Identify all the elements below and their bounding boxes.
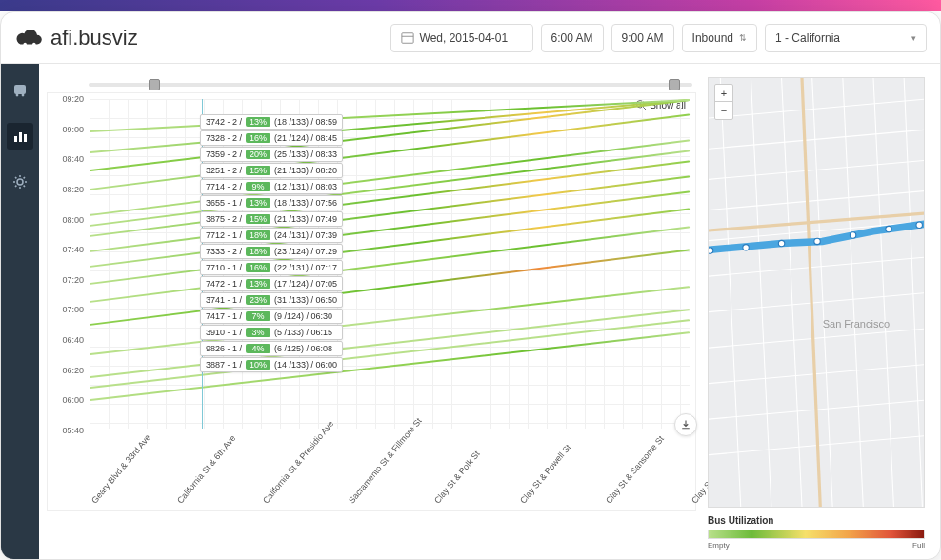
tooltip-vehicle: 7328 - 2 /: [206, 133, 242, 143]
space-time-chart: Show all 09:2009:0008:4008:2008:0007:400…: [47, 92, 696, 511]
svg-rect-7: [14, 136, 17, 142]
download-button[interactable]: [674, 413, 697, 436]
trip-tooltip[interactable]: 3741 - 1 /23%(31 /133) / 06:50: [200, 292, 343, 308]
legend-gradient: [708, 530, 925, 539]
y-tick: 06:00: [62, 395, 84, 405]
tooltip-pct-badge: 13%: [246, 198, 270, 208]
tooltip-detail: (21 /124) / 08:45: [274, 133, 337, 143]
svg-point-6: [22, 94, 25, 97]
direction-value: Inbound: [692, 31, 733, 45]
svg-point-36: [709, 248, 713, 253]
trip-tooltip[interactable]: 3655 - 1 /13%(18 /133) / 07:56: [200, 195, 343, 210]
trip-tooltip[interactable]: 7417 - 1 /7%(9 /124) / 06:30: [200, 309, 343, 324]
trip-line[interactable]: [90, 190, 690, 268]
svg-point-41: [886, 226, 891, 231]
zoom-in-button[interactable]: +: [715, 85, 732, 102]
chevron-down-icon: ▾: [911, 33, 916, 43]
sidebar: [1, 64, 39, 559]
legend-low: Empty: [708, 541, 730, 550]
time-range-slider[interactable]: [47, 77, 696, 92]
zoom-out-button[interactable]: −: [715, 102, 732, 119]
svg-point-5: [16, 94, 19, 97]
svg-point-10: [17, 179, 23, 185]
tooltip-stack: 3742 - 2 /13%(18 /133) / 08:597328 - 2 /…: [200, 114, 343, 372]
utilization-legend: Bus Utilization Empty Full: [708, 515, 925, 550]
trip-tooltip[interactable]: 7712 - 1 /18%(24 /131) / 07:39: [200, 228, 343, 243]
y-tick: 08:40: [62, 154, 84, 164]
y-tick: 08:00: [62, 215, 84, 225]
tooltip-pct-badge: 16%: [246, 263, 270, 272]
x-tick: California St & Presidio Ave: [261, 419, 335, 506]
svg-rect-2: [401, 32, 412, 43]
tooltip-vehicle: 7472 - 1 /: [206, 279, 242, 289]
tooltip-vehicle: 7417 - 1 /: [206, 311, 242, 321]
trip-line[interactable]: [90, 227, 690, 304]
svg-rect-9: [24, 134, 27, 142]
trip-tooltip[interactable]: 7714 - 2 /9%(12 /131) / 08:03: [200, 179, 343, 194]
trip-tooltip[interactable]: 7328 - 2 /16%(21 /124) / 08:45: [200, 130, 343, 146]
sidebar-item-chart[interactable]: [7, 123, 33, 150]
tooltip-vehicle: 3742 - 2 /: [206, 117, 242, 127]
trip-tooltip[interactable]: 3910 - 1 /3%(5 /133) / 06:15: [200, 325, 343, 340]
tooltip-pct-badge: 15%: [246, 166, 270, 175]
trip-tooltip[interactable]: 3887 - 1 /10%(14 /133) / 06:00: [200, 357, 343, 372]
tooltip-vehicle: 3741 - 1 /: [206, 295, 242, 305]
route-map[interactable]: San Francisco + −: [708, 77, 925, 508]
window-accent-bar: [0, 0, 941, 11]
x-tick: California St & 6th Ave: [175, 433, 237, 505]
tooltip-pct-badge: 7%: [246, 311, 270, 321]
time-end-picker[interactable]: 9:00 AM: [611, 24, 674, 52]
x-tick: Clay St & Sansome St: [604, 434, 666, 506]
time-start-picker[interactable]: 6:00 AM: [541, 24, 604, 52]
tooltip-detail: (24 /131) / 07:39: [274, 230, 337, 240]
tooltip-detail: (17 /124) / 07:05: [274, 279, 337, 289]
trip-line[interactable]: [90, 209, 690, 286]
slider-handle-end[interactable]: [669, 79, 680, 90]
y-tick: 07:40: [62, 245, 84, 254]
svg-point-40: [850, 232, 855, 238]
download-icon: [680, 419, 691, 430]
main-layout: Show all 09:2009:0008:4008:2008:0007:400…: [1, 64, 940, 559]
tooltip-pct-badge: 18%: [246, 247, 270, 256]
tooltip-detail: (12 /131) / 08:03: [274, 182, 337, 191]
tooltip-pct-badge: 3%: [246, 328, 270, 337]
trip-tooltip[interactable]: 7359 - 2 /20%(25 /133) / 08:33: [200, 147, 343, 162]
tooltip-vehicle: 7714 - 2 /: [206, 182, 242, 191]
trip-tooltip[interactable]: 3742 - 2 /13%(18 /133) / 08:59: [200, 114, 343, 130]
tooltip-vehicle: 9826 - 1 /: [206, 344, 242, 353]
trip-line[interactable]: [90, 160, 690, 237]
sidebar-item-bus[interactable]: [7, 77, 33, 104]
trip-tooltip[interactable]: 7710 - 1 /16%(22 /131) / 07:17: [200, 260, 343, 275]
slider-handle-start[interactable]: [149, 79, 160, 90]
chart-column: Show all 09:2009:0008:4008:2008:0007:400…: [47, 77, 696, 550]
trip-tooltip[interactable]: 3251 - 2 /15%(21 /133) / 08:20: [200, 163, 343, 178]
y-tick: 08:20: [62, 185, 84, 194]
tooltip-detail: (21 /133) / 07:49: [274, 214, 337, 224]
trip-tooltip[interactable]: 7472 - 1 /13%(17 /124) / 07:05: [200, 276, 343, 291]
chevron-updown-icon: ⇅: [739, 33, 747, 43]
tooltip-detail: (21 /133) / 08:20: [274, 166, 337, 175]
tooltip-vehicle: 3655 - 1 /: [206, 198, 242, 208]
chart-grid: [90, 99, 690, 429]
direction-select[interactable]: Inbound⇅: [682, 24, 757, 52]
svg-rect-8: [19, 132, 22, 142]
svg-point-38: [778, 240, 784, 246]
tooltip-vehicle: 7712 - 1 /: [206, 230, 242, 240]
tooltip-detail: (22 /131) / 07:17: [274, 263, 337, 272]
route-select[interactable]: 1 - California▾: [765, 24, 927, 52]
trip-tooltip[interactable]: 7333 - 2 /18%(23 /124) / 07:29: [200, 244, 343, 259]
x-tick: Clay St & Powell St: [518, 443, 572, 506]
y-tick: 09:00: [62, 125, 84, 134]
tooltip-vehicle: 3887 - 1 /: [206, 360, 242, 370]
date-picker[interactable]: Wed, 2015-04-01: [390, 24, 533, 52]
trip-line[interactable]: [90, 99, 690, 132]
trip-line[interactable]: [90, 287, 690, 356]
trip-tooltip[interactable]: 3875 - 2 /15%(21 /133) / 07:49: [200, 211, 343, 227]
y-tick: 07:00: [62, 305, 84, 314]
gear-icon: [12, 174, 28, 190]
trip-line[interactable]: [90, 319, 690, 389]
trip-tooltip[interactable]: 9826 - 1 /4%(6 /125) / 06:08: [200, 341, 343, 356]
trip-line[interactable]: [90, 249, 690, 326]
svg-point-1: [32, 42, 36, 46]
sidebar-item-settings[interactable]: [7, 169, 33, 195]
